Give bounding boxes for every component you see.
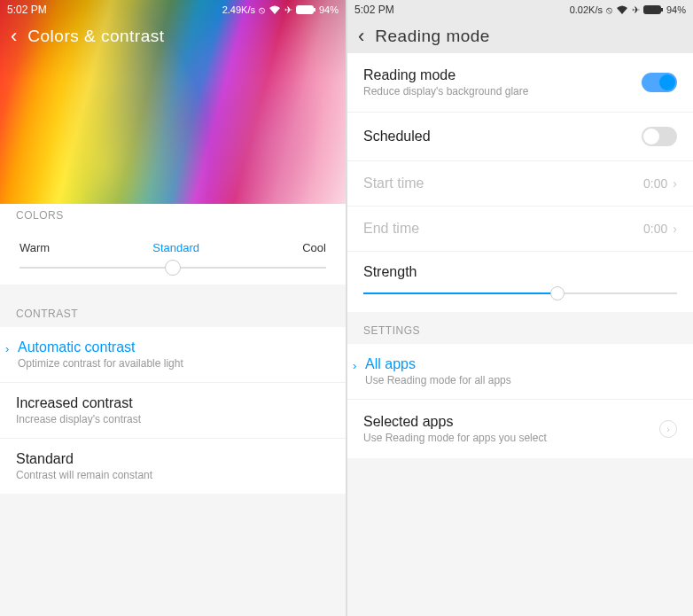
selected-apps-label: Selected apps xyxy=(363,414,659,430)
svg-rect-1 xyxy=(314,8,315,12)
back-icon[interactable]: ‹ xyxy=(11,27,17,46)
color-warm-label[interactable]: Warm xyxy=(19,241,50,254)
svg-rect-0 xyxy=(296,5,314,14)
battery-icon xyxy=(643,5,663,14)
end-time-label: End time xyxy=(363,221,419,237)
color-slider-thumb[interactable] xyxy=(165,260,181,276)
wifi-icon xyxy=(616,5,628,14)
title-bar: ‹ Reading mode xyxy=(347,19,693,53)
contrast-standard-sub: Contrast will remain constant xyxy=(16,469,330,481)
strength-row: Strength xyxy=(347,252,693,312)
page-title: Colors & contrast xyxy=(27,27,164,46)
chevron-right-icon: › xyxy=(353,359,356,372)
all-apps-sub: Use Reading mode for all apps xyxy=(365,374,677,386)
scheduled-toggle[interactable] xyxy=(642,127,677,146)
svg-rect-3 xyxy=(661,8,663,12)
reading-mode-label: Reading mode xyxy=(363,67,642,83)
start-time-label: Start time xyxy=(363,175,424,191)
battery-icon xyxy=(296,5,315,14)
scheduled-label: Scheduled xyxy=(363,129,431,144)
status-speed: 2.49K/s xyxy=(222,4,255,15)
status-bar: 5:02 PM 2.49K/s ⦸ ✈ 94% xyxy=(0,0,346,19)
strength-slider-track[interactable] xyxy=(363,292,677,294)
do-not-disturb-icon: ⦸ xyxy=(606,4,612,16)
all-apps-label: All apps xyxy=(365,356,677,372)
settings-section-header: SETTINGS xyxy=(347,312,693,344)
strength-label: Strength xyxy=(363,264,677,280)
status-time: 5:02 PM xyxy=(7,4,47,16)
status-battery: 94% xyxy=(319,4,339,15)
reading-mode-screen: 5:02 PM 0.02K/s ⦸ ✈ 94% ‹ Reading mode R… xyxy=(347,0,693,616)
chevron-right-circle-icon: › xyxy=(659,420,677,438)
status-bar: 5:02 PM 0.02K/s ⦸ ✈ 94% xyxy=(347,0,693,19)
contrast-increased-label: Increased contrast xyxy=(16,395,330,411)
svg-rect-2 xyxy=(643,5,661,14)
color-cool-label[interactable]: Cool xyxy=(302,241,326,254)
title-bar: ‹ Colors & contrast xyxy=(0,19,346,53)
contrast-automatic-label: Automatic contrast xyxy=(18,339,330,355)
reading-mode-sub: Reduce display's background glare xyxy=(363,85,642,97)
reading-mode-toggle[interactable] xyxy=(642,73,677,92)
color-temperature-row: Warm Standard Cool xyxy=(0,229,346,285)
status-time: 5:02 PM xyxy=(354,4,394,16)
contrast-automatic-sub: Optimize contrast for available light xyxy=(18,357,330,370)
all-apps-row[interactable]: › All apps Use Reading mode for all apps xyxy=(347,344,693,400)
start-time-value: 0:00 xyxy=(643,176,667,191)
contrast-increased[interactable]: Increased contrast Increase display's co… xyxy=(0,383,346,439)
contrast-standard-label: Standard xyxy=(16,451,330,467)
end-time-row[interactable]: End time 0:00 › xyxy=(347,207,693,252)
contrast-standard[interactable]: Standard Contrast will remain constant xyxy=(0,439,346,494)
page-title: Reading mode xyxy=(375,27,490,46)
contrast-automatic[interactable]: › Automatic contrast Optimize contrast f… xyxy=(0,327,346,383)
airplane-icon: ✈ xyxy=(632,4,640,16)
color-standard-label[interactable]: Standard xyxy=(152,241,199,254)
color-slider-track[interactable] xyxy=(19,267,326,269)
airplane-icon: ✈ xyxy=(284,4,292,16)
contrast-increased-sub: Increase display's contrast xyxy=(16,413,330,425)
contrast-section-header: CONTRAST xyxy=(0,295,346,327)
end-time-value: 0:00 xyxy=(643,222,667,236)
selected-apps-row[interactable]: Selected apps Use Reading mode for apps … xyxy=(347,400,693,458)
do-not-disturb-icon: ⦸ xyxy=(259,4,265,16)
chevron-right-icon: › xyxy=(673,176,677,191)
chevron-right-icon: › xyxy=(5,342,9,355)
back-icon[interactable]: ‹ xyxy=(358,27,364,46)
status-speed: 0.02K/s xyxy=(570,4,603,15)
scheduled-row[interactable]: Scheduled xyxy=(347,113,693,161)
status-battery: 94% xyxy=(666,4,686,15)
chevron-right-icon: › xyxy=(673,222,677,236)
reading-mode-row[interactable]: Reading mode Reduce display's background… xyxy=(347,53,693,113)
wifi-icon xyxy=(269,5,281,14)
selected-apps-sub: Use Reading mode for apps you select xyxy=(363,432,659,444)
colors-contrast-screen: 5:02 PM 2.49K/s ⦸ ✈ 94% ‹ Colors & contr… xyxy=(0,0,347,616)
start-time-row[interactable]: Start time 0:00 › xyxy=(347,161,693,207)
strength-slider-thumb[interactable] xyxy=(550,286,565,300)
